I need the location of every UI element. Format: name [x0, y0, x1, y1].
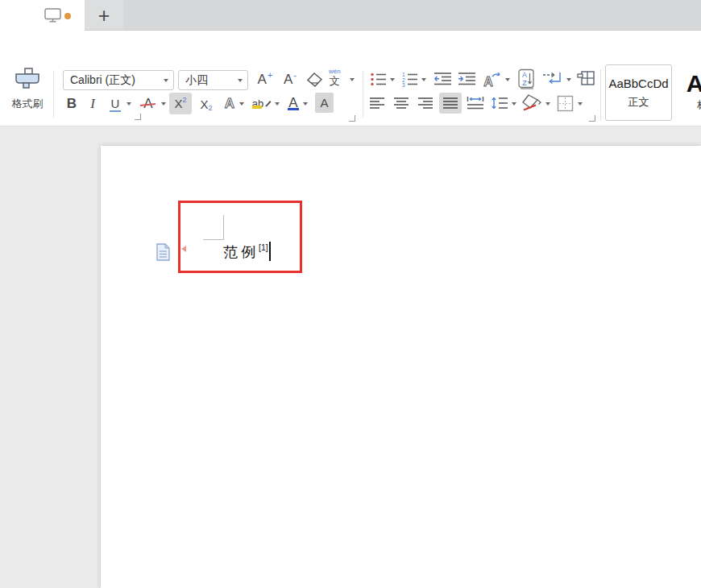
paragraph-layout-button[interactable]	[576, 69, 595, 87]
highlight-color-bar	[252, 106, 262, 109]
endnote-reference-mark[interactable]: [1]	[259, 242, 268, 252]
clipboard-dialog-launcher[interactable]	[135, 114, 141, 120]
increase-font-letter: A	[258, 72, 267, 88]
pinyin-character: 文	[330, 76, 340, 86]
line-spacing-button[interactable]	[491, 95, 508, 110]
font-dialog-launcher[interactable]	[349, 115, 355, 122]
text-tool-dropdown[interactable]	[505, 78, 510, 81]
a-with-arrow-icon: A	[482, 70, 502, 89]
font-size-dropdown-arrow[interactable]	[238, 79, 243, 82]
font-family-dropdown-arrow[interactable]	[164, 79, 168, 82]
group-divider	[363, 71, 363, 118]
window-tab-bar: +	[0, 0, 701, 31]
strikethrough-button[interactable]: A	[139, 94, 158, 114]
line-spacing-icon	[491, 96, 508, 110]
clear-formatting-button[interactable]	[305, 71, 324, 89]
style-heading-clipped[interactable]: Aa 标	[674, 64, 701, 119]
paint-bucket-icon	[521, 93, 543, 112]
decrease-font-letter: A	[284, 72, 292, 88]
borders-button[interactable]	[556, 94, 574, 112]
text-wrap-button[interactable]	[541, 71, 562, 87]
underline-dropdown[interactable]	[127, 102, 131, 106]
highlight-pen-icon	[264, 99, 272, 107]
superscript-letter: X	[174, 97, 182, 110]
format-painter-label: 格式刷	[12, 97, 44, 111]
distribute-button[interactable]	[467, 95, 484, 110]
phonetic-guide-button[interactable]: wén 文	[329, 68, 341, 86]
align-right-icon	[417, 97, 433, 110]
eraser-icon	[305, 72, 323, 88]
increase-indent-icon	[458, 72, 476, 86]
increase-font-size-button[interactable]: A +	[254, 70, 276, 89]
underline-button[interactable]: U	[106, 94, 124, 114]
wrap-arrows-icon	[542, 72, 562, 86]
annotation-red-tick	[181, 246, 186, 252]
numbered-list-dropdown[interactable]	[421, 78, 426, 81]
text-effects-dropdown[interactable]	[239, 102, 244, 106]
borders-grid-icon	[557, 95, 574, 112]
document-text-line[interactable]: 范例 [1]	[223, 242, 271, 263]
margin-document-icon[interactable]	[155, 243, 172, 261]
bullet-list-button[interactable]	[369, 71, 387, 87]
shading-button[interactable]	[521, 93, 543, 112]
font-color-button[interactable]: A	[285, 93, 301, 114]
font-color-dropdown[interactable]	[303, 102, 308, 106]
subscript-button[interactable]: X 2	[196, 94, 217, 114]
numbered-list-icon: 1 2 3	[401, 72, 418, 87]
bullet-list-dropdown[interactable]	[390, 78, 395, 81]
increase-indent-button[interactable]	[457, 71, 476, 87]
italic-button[interactable]: I	[85, 94, 100, 114]
italic-letter: I	[90, 96, 95, 112]
decrease-font-size-button[interactable]: A -	[280, 70, 301, 89]
svg-text:A: A	[225, 96, 234, 111]
decrease-indent-button[interactable]	[433, 71, 452, 87]
wps-writer-window: + 开始 插入 页面布局 引用 审阅 视图 章节 开 格式刷 Calibri (…	[0, 0, 701, 588]
strikethrough-dropdown[interactable]	[161, 102, 166, 106]
group-divider	[600, 69, 601, 121]
align-center-button[interactable]	[393, 96, 409, 110]
highlight-dropdown[interactable]	[275, 102, 280, 106]
new-tab-button[interactable]: +	[93, 2, 114, 29]
highlight-color-button[interactable]: ab	[251, 92, 272, 114]
style-normal-preview: AaBbCcDd	[608, 77, 668, 90]
shading-dropdown[interactable]	[545, 102, 550, 106]
superscript-number: 2	[183, 96, 187, 104]
numbered-list-button[interactable]: 1 2 3	[400, 71, 418, 87]
style-normal-label: 正文	[628, 95, 649, 110]
unsaved-indicator-dot	[64, 13, 71, 19]
style-heading-label: 标	[697, 98, 701, 112]
justify-button-active[interactable]	[439, 93, 462, 114]
paragraph-dialog-launcher[interactable]	[589, 115, 595, 122]
monitor-icon	[44, 8, 61, 23]
tab-strip-background	[85, 0, 701, 31]
text-tool-button[interactable]: A	[481, 69, 502, 89]
borders-dropdown[interactable]	[578, 102, 583, 106]
phonetic-guide-dropdown[interactable]	[350, 78, 355, 81]
sort-button[interactable]: A Z	[516, 68, 536, 90]
style-heading-preview: Aa	[686, 72, 701, 96]
body-text[interactable]: 范例	[223, 242, 259, 263]
format-painter-button[interactable]: 格式刷	[6, 68, 48, 118]
superscript-button-active[interactable]: X 2	[169, 93, 192, 114]
pinyin-annotation: wén	[329, 68, 341, 75]
svg-text:A: A	[483, 75, 493, 89]
character-shading-letter: A	[320, 96, 328, 110]
distribute-icon	[467, 96, 484, 110]
text-cursor-caret	[269, 242, 271, 261]
align-left-icon	[369, 97, 385, 110]
font-family-select[interactable]: Calibri (正文)	[63, 70, 174, 90]
subscript-letter: X	[200, 97, 208, 111]
align-right-button[interactable]	[417, 96, 433, 110]
style-normal[interactable]: AaBbCcDd 正文	[605, 64, 672, 121]
text-wrap-dropdown[interactable]	[566, 78, 571, 81]
plus-sign: +	[268, 70, 272, 80]
bold-button[interactable]: B	[63, 94, 81, 114]
font-size-select[interactable]: 小四	[178, 70, 248, 90]
minus-sign: -	[293, 70, 297, 80]
line-spacing-dropdown[interactable]	[512, 102, 516, 106]
underline-letter: U	[110, 97, 122, 112]
align-left-button[interactable]	[369, 96, 385, 110]
outlined-a-icon: A	[222, 94, 238, 112]
character-shading-button[interactable]: A	[315, 93, 334, 113]
text-effects-button[interactable]: A	[221, 93, 239, 114]
